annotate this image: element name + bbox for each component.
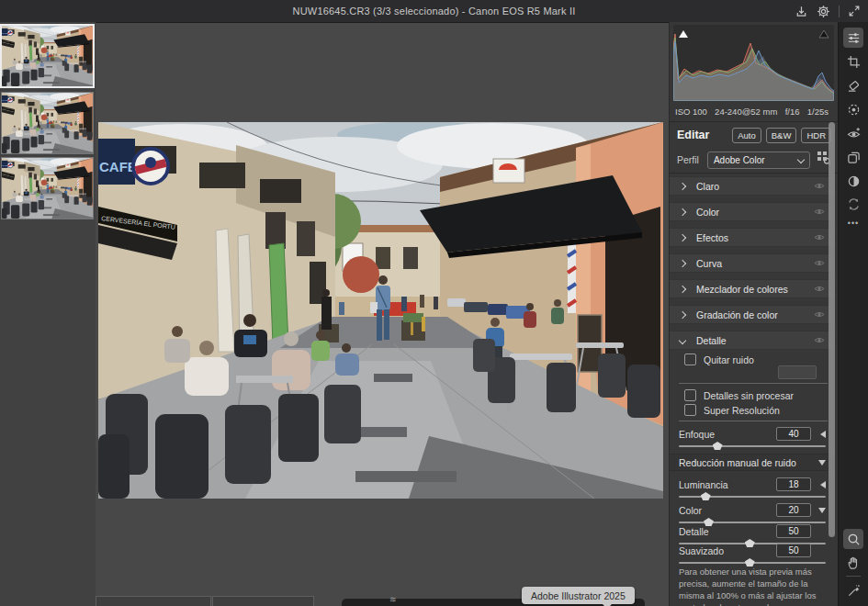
export-icon[interactable] (795, 5, 808, 18)
eye-icon[interactable] (814, 310, 825, 319)
section-label: Gradación de color (696, 309, 814, 320)
window-title: NUW16645.CR3 (3/3 seleccionado) - Canon … (293, 6, 576, 17)
dock-app-icon[interactable]: ≋ (389, 595, 397, 604)
presets-icon[interactable] (843, 147, 863, 167)
suavizado-value[interactable]: 50 (776, 544, 811, 557)
enfoque-slider-thumb[interactable] (713, 442, 723, 450)
eye-icon[interactable] (814, 233, 825, 241)
titlebar-separator (839, 6, 840, 17)
eye-icon[interactable] (814, 336, 825, 344)
panel-title: Editar (677, 129, 727, 141)
detalles-sin-procesar-label: Detalles sin procesar (704, 390, 794, 401)
super-resolucion-label: Super Resolución (704, 405, 780, 416)
exif-lens: 24-240@52 mm (715, 107, 777, 117)
luminancia-value[interactable]: 18 (776, 477, 811, 491)
color-label: Color (679, 505, 776, 516)
enfoque-slider[interactable] (679, 442, 826, 451)
dock-tooltip: Adobe Illustrator 2025 (522, 587, 635, 604)
masking-tool-icon[interactable] (843, 99, 863, 119)
quitar-ruido-row[interactable]: Quitar ruido (684, 354, 754, 365)
thumbnail-1-selected[interactable] (0, 24, 95, 88)
dock-segment[interactable] (96, 596, 211, 606)
luminancia-slider-thumb[interactable] (701, 492, 711, 500)
collapse-left-icon[interactable] (820, 431, 826, 438)
suavizado-row: Suavizado 50 (670, 544, 835, 557)
super-resolucion-row[interactable]: Super Resolución (684, 404, 780, 416)
chevron-down-icon (797, 156, 805, 163)
healing-tool-icon[interactable] (843, 75, 863, 95)
denoise-amount-box (778, 365, 817, 379)
color-value[interactable]: 20 (776, 503, 811, 517)
shadow-clipping-icon[interactable] (677, 28, 690, 39)
section-efectos[interactable]: Efectos (670, 228, 835, 247)
section-gradacion[interactable]: Gradación de color (670, 305, 835, 324)
profile-value: Adobe Color (714, 155, 798, 165)
section-claro[interactable]: Claro (670, 176, 835, 196)
chevron-right-icon (679, 208, 686, 215)
color-row: Color 20 (670, 503, 835, 517)
section-label: Mezclador de colores (696, 284, 814, 295)
edit-tool-icon[interactable] (843, 28, 863, 48)
chevron-right-icon (679, 259, 686, 266)
snapshots-icon[interactable] (843, 171, 863, 191)
reduccion-manual-label: Reducción manual de ruido (679, 457, 818, 468)
detalle-value[interactable]: 50 (776, 524, 811, 538)
sampler-tool-icon[interactable] (843, 580, 863, 600)
section-curva[interactable]: Curva (670, 253, 835, 273)
bw-button[interactable]: B&W (766, 128, 797, 143)
highlight-clipping-icon[interactable] (817, 28, 830, 39)
dock-segment[interactable] (212, 596, 314, 606)
filmstrip (0, 22, 96, 606)
eye-icon[interactable] (814, 285, 825, 293)
more-tools-icon[interactable]: ••• (843, 217, 863, 230)
gear-icon[interactable] (817, 5, 830, 18)
enfoque-value[interactable]: 40 (776, 427, 811, 441)
section-color[interactable]: Color (670, 202, 835, 221)
hdr-button[interactable]: HDR (801, 128, 831, 143)
quitar-ruido-checkbox[interactable] (684, 354, 696, 365)
thumbnail-3[interactable] (1, 157, 94, 219)
red-eye-tool-icon[interactable] (843, 123, 863, 143)
main-photo-canvas[interactable] (98, 122, 663, 499)
divider (670, 121, 839, 122)
profile-select[interactable]: Adobe Color (707, 152, 810, 169)
sync-icon[interactable] (843, 194, 863, 214)
exif-shutter: 1/25s (807, 107, 829, 117)
profile-label: Perfil (677, 154, 699, 165)
eye-icon[interactable] (814, 208, 825, 216)
super-resolucion-checkbox[interactable] (684, 404, 696, 416)
edit-panel: ISO 100 24-240@52 mm f/16 1/25s Editar A… (669, 22, 838, 606)
eye-icon[interactable] (814, 259, 825, 267)
exif-info: ISO 100 24-240@52 mm f/16 1/25s (675, 103, 829, 119)
titlebar: NUW16645.CR3 (3/3 seleccionado) - Canon … (0, 0, 868, 23)
section-label: Curva (696, 258, 814, 269)
fullscreen-icon[interactable] (848, 5, 861, 17)
collapse-down-icon[interactable] (818, 508, 826, 513)
divider (679, 383, 828, 384)
divider (679, 421, 828, 421)
zoom-tool-icon[interactable] (843, 529, 863, 549)
crop-tool-icon[interactable] (843, 51, 863, 72)
section-detalle[interactable]: Detalle (670, 331, 835, 350)
section-mezclador[interactable]: Mezclador de colores (670, 279, 835, 298)
section-label: Claro (696, 181, 814, 192)
luminancia-slider[interactable] (679, 492, 826, 501)
detalles-sin-procesar-row[interactable]: Detalles sin procesar (684, 389, 794, 401)
divider (670, 173, 839, 174)
auto-button[interactable]: Auto (732, 128, 761, 143)
thumbnail-2[interactable] (1, 92, 94, 154)
collapse-left-icon[interactable] (820, 481, 826, 488)
eye-icon[interactable] (814, 182, 825, 190)
panel-scrollbar[interactable] (829, 122, 835, 537)
tool-rail: ••• (838, 22, 868, 606)
chevron-right-icon (679, 285, 686, 292)
histogram[interactable] (673, 25, 834, 101)
rail-divider (846, 576, 861, 577)
hand-tool-icon[interactable] (843, 553, 863, 573)
detalles-sin-procesar-checkbox[interactable] (684, 389, 696, 401)
enfoque-label: Enfoque (679, 429, 776, 440)
reduccion-manual-header[interactable]: Reducción manual de ruido (670, 454, 835, 471)
luminancia-row: Luminancia 18 (670, 477, 835, 491)
enfoque-row: Enfoque 40 (670, 427, 835, 441)
chevron-down-icon (679, 336, 686, 343)
